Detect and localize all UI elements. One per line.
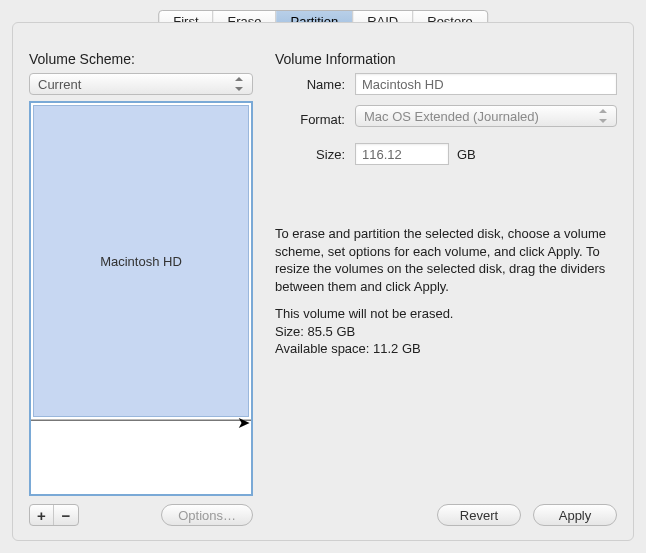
options-button[interactable]: Options… xyxy=(161,504,253,526)
add-remove-segmented: + − xyxy=(29,504,79,526)
partition-divider-handle[interactable] xyxy=(31,419,251,421)
size-value: 116.12 xyxy=(362,147,402,162)
name-field[interactable]: Macintosh HD xyxy=(355,73,617,95)
format-value: Mac OS Extended (Journaled) xyxy=(364,109,539,124)
name-label: Name: xyxy=(275,77,345,92)
format-dropdown[interactable]: Mac OS Extended (Journaled) xyxy=(355,105,617,127)
size-unit: GB xyxy=(457,147,476,162)
partition-volume-label: Macintosh HD xyxy=(100,254,182,269)
volume-information-title: Volume Information xyxy=(275,51,617,67)
main-panel: Volume Scheme: Current Macintosh HD ➤ + … xyxy=(12,22,634,541)
help-text-block: To erase and partition the selected disk… xyxy=(275,225,617,368)
erase-note: This volume will not be erased. xyxy=(275,306,453,321)
format-label: Format: xyxy=(275,112,345,127)
remove-partition-button[interactable]: − xyxy=(54,505,78,525)
help-paragraph: To erase and partition the selected disk… xyxy=(275,225,617,295)
info-size-line: Size: 85.5 GB xyxy=(275,324,355,339)
dropdown-arrows-icon xyxy=(234,77,244,91)
revert-button[interactable]: Revert xyxy=(437,504,521,526)
volume-scheme-dropdown[interactable]: Current xyxy=(29,73,253,95)
volume-scheme-title: Volume Scheme: xyxy=(29,51,253,67)
partition-volume[interactable]: Macintosh HD xyxy=(33,105,249,417)
size-label: Size: xyxy=(275,147,345,162)
size-field[interactable]: 116.12 xyxy=(355,143,449,165)
volume-scheme-value: Current xyxy=(38,77,81,92)
partition-layout-box[interactable]: Macintosh HD ➤ xyxy=(29,101,253,496)
dropdown-arrows-icon xyxy=(598,109,608,123)
info-available-line: Available space: 11.2 GB xyxy=(275,341,421,356)
add-partition-button[interactable]: + xyxy=(30,505,54,525)
name-value: Macintosh HD xyxy=(362,77,444,92)
apply-button[interactable]: Apply xyxy=(533,504,617,526)
